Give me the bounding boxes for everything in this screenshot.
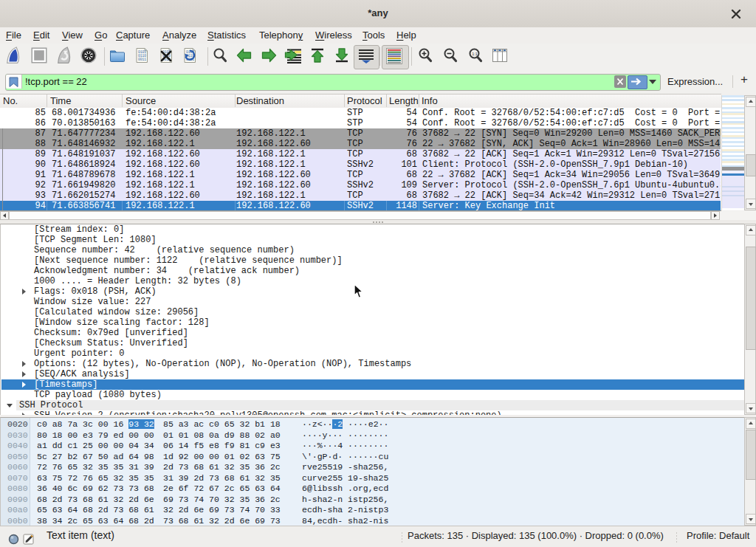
svg-text:0011: 0011 — [138, 58, 146, 61]
svg-text:1:1: 1:1 — [472, 52, 478, 56]
